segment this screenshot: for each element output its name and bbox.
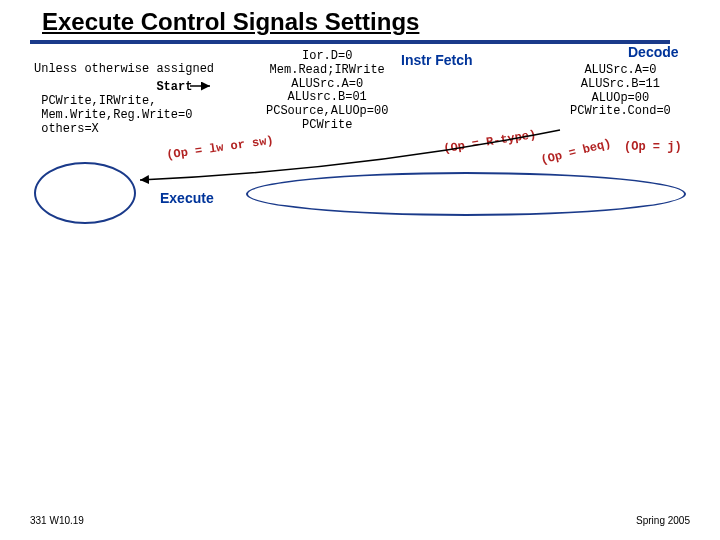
label-instr-fetch: Instr Fetch — [401, 52, 473, 68]
note-unless: Unless otherwise assigned — [34, 62, 214, 76]
footer-right: Spring 2005 — [636, 515, 690, 526]
branch-j: (Op = j) — [624, 140, 682, 154]
branch-lw-sw: (Op = lw or sw) — [166, 134, 275, 163]
note-memwrite: Mem.Write,Reg.Write=0 — [34, 108, 192, 122]
note-pcwrite: PCWrite,IRWrite, — [34, 94, 156, 108]
branch-rtype: (Op = R-type) — [442, 128, 537, 156]
label-decode: Decode — [628, 44, 679, 60]
note-others: others=X — [34, 122, 99, 136]
page-title: Execute Control Signals Settings — [42, 8, 419, 36]
branch-beq: (Op = beq) — [539, 136, 612, 167]
decode-signals: ALUSrc.A=0 ALUSrc.B=11 ALUOp=00 PCWrite.… — [570, 64, 671, 119]
state-ellipse-2 — [246, 172, 686, 216]
note-start: Start — [34, 80, 192, 94]
label-execute: Execute — [160, 190, 214, 206]
fetch-signals: Ior.D=0 Mem.Read;IRWrite ALUSrc.A=0 ALUs… — [266, 50, 388, 133]
title-underline — [30, 40, 670, 44]
state-ellipse-1 — [34, 162, 136, 224]
footer-left: 331 W10.19 — [30, 515, 84, 526]
